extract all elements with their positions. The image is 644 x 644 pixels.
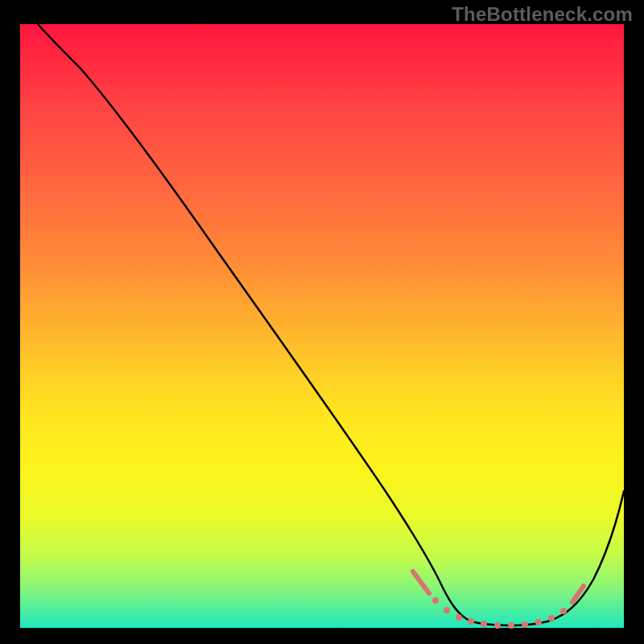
bottleneck-curve-svg (20, 24, 624, 628)
highlight-dot (548, 615, 555, 621)
bottleneck-curve-line (38, 24, 624, 625)
watermark-text: TheBottleneck.com (452, 3, 633, 26)
chart-frame: TheBottleneck.com (0, 0, 644, 644)
highlight-dot (560, 608, 567, 614)
highlight-dot (444, 607, 450, 613)
highlight-dot (456, 614, 462, 621)
highlight-dot (432, 597, 439, 604)
highlight-dash-left (413, 572, 429, 593)
highlight-dot (494, 622, 501, 629)
highlight-dot (508, 622, 514, 629)
highlight-dot (535, 619, 542, 625)
highlight-dot (481, 621, 487, 627)
highlight-dot (522, 621, 528, 628)
highlight-dash-right (572, 586, 584, 602)
highlight-dot (468, 618, 474, 625)
plot-area (20, 24, 624, 628)
